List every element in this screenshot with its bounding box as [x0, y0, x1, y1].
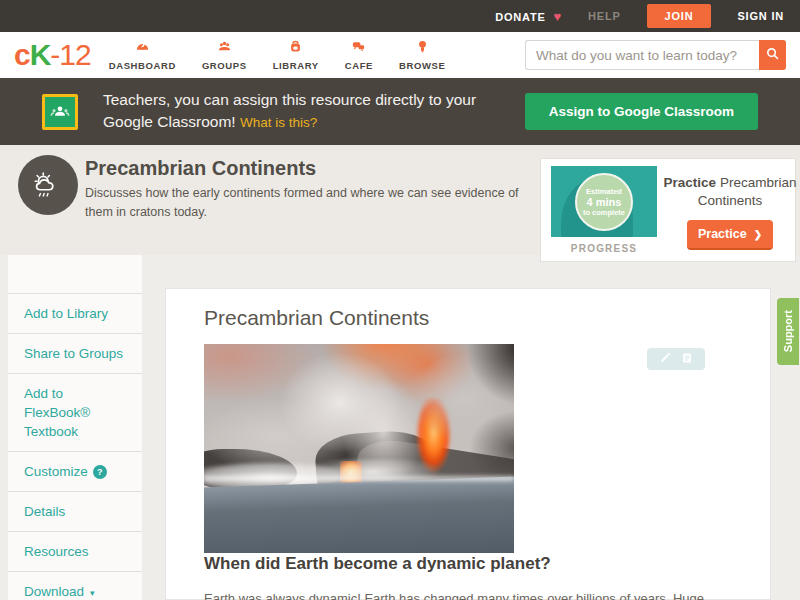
annotation-toolbar: [647, 348, 705, 370]
sidebar-item-customize[interactable]: Customize?: [8, 451, 142, 491]
content-title: Precambrian Continents: [204, 306, 429, 330]
practice-title: Practice Precambrian Continents: [660, 174, 800, 210]
search-button[interactable]: [759, 40, 786, 70]
estimated-time-badge: Estimated 4 mins to complete: [575, 173, 633, 231]
nav-dashboard[interactable]: DASHBOARD: [109, 39, 176, 71]
nav-browse[interactable]: BROWSE: [399, 39, 445, 71]
badge-line2: 4 mins: [587, 196, 622, 208]
lava-ocean-image: [204, 344, 514, 553]
google-classroom-icon: [42, 94, 78, 130]
sidebar-item-details[interactable]: Details: [8, 491, 142, 531]
sidebar-item-download[interactable]: Download▾: [8, 571, 142, 600]
chevron-right-icon: ❯: [754, 229, 762, 240]
ck12-logo[interactable]: cK-12: [14, 38, 91, 72]
practice-action-block: Practice Precambrian Continents Practice…: [660, 166, 800, 254]
body-paragraph: Earth was always dynamic! Earth has chan…: [204, 589, 744, 600]
foam-line-graphic: [204, 476, 514, 481]
ck12-page: DONATE ♥ HELP JOIN SIGN IN cK-12 DASHBOA…: [0, 0, 800, 600]
sidebar-item-resources[interactable]: Resources: [8, 531, 142, 571]
practice-progress-block: Estimated 4 mins to complete PROGRESS: [548, 166, 660, 254]
search-bar: [525, 40, 786, 70]
browse-lightbulb-icon: [414, 39, 431, 58]
resource-title: Precambrian Continents: [85, 157, 316, 180]
ocean-graphic: [204, 476, 514, 553]
donate-label: DONATE: [495, 11, 545, 23]
customize-label: Customize: [24, 464, 88, 479]
sidebar: Add to Library Share to Groups Add to Fl…: [8, 255, 142, 600]
utility-bar: DONATE ♥ HELP JOIN SIGN IN: [0, 0, 800, 32]
content-panel: Precambrian Continents When did Earth be…: [165, 288, 771, 600]
banner-message: Teachers, you can assign this resource d…: [103, 89, 525, 134]
logo-k: K: [30, 38, 51, 71]
library-backpack-icon: [287, 39, 304, 58]
help-question-icon: ?: [93, 465, 107, 479]
practice-thumbnail[interactable]: Estimated 4 mins to complete: [551, 166, 657, 237]
nav-groups[interactable]: GROUPS: [202, 39, 247, 71]
groups-people-icon: [216, 39, 233, 58]
search-icon: [765, 46, 780, 64]
nav-label: BROWSE: [399, 60, 445, 71]
caret-down-icon: ▾: [90, 588, 95, 598]
practice-card: Estimated 4 mins to complete PROGRESS Pr…: [540, 158, 796, 262]
donate-link[interactable]: DONATE ♥: [495, 9, 562, 24]
pencil-icon[interactable]: [659, 350, 671, 368]
nav-cafe[interactable]: CAFE: [345, 39, 373, 71]
nav-label: GROUPS: [202, 60, 247, 71]
sidebar-item-share-to-groups[interactable]: Share to Groups: [8, 333, 142, 373]
sidebar-item-add-to-flexbook[interactable]: Add to FlexBook® Textbook: [8, 373, 142, 451]
what-is-this-link[interactable]: What is this?: [240, 115, 317, 130]
sign-in-link[interactable]: SIGN IN: [737, 10, 784, 22]
help-link[interactable]: HELP: [588, 10, 621, 22]
resource-description: Discusses how the early continents forme…: [85, 184, 535, 222]
download-label: Download: [24, 584, 84, 599]
support-tab-label: Support: [782, 310, 794, 352]
notes-icon[interactable]: [681, 350, 693, 368]
logo-suffix: -12: [50, 38, 90, 71]
google-classroom-banner: Teachers, you can assign this resource d…: [0, 78, 800, 145]
main-nav: cK-12 DASHBOARD GROUPS LIBRARY CAFE BROW…: [0, 32, 800, 78]
practice-button-label: Practice: [698, 227, 747, 241]
nav-label: CAFE: [345, 60, 373, 71]
progress-label: PROGRESS: [571, 243, 637, 254]
nav-label: DASHBOARD: [109, 60, 176, 71]
heart-icon: ♥: [553, 9, 562, 24]
practice-title-bold: Practice: [664, 175, 717, 190]
dashboard-gauge-icon: [134, 39, 151, 58]
badge-line1: Estimated: [586, 187, 622, 196]
support-tab[interactable]: Support: [777, 298, 799, 365]
cafe-chat-icon: [350, 39, 367, 58]
assign-to-classroom-button[interactable]: Assign to Google Classroom: [525, 93, 758, 130]
nav-items: DASHBOARD GROUPS LIBRARY CAFE BROWSE: [109, 39, 446, 71]
search-input[interactable]: [525, 40, 759, 70]
logo-c: c: [14, 38, 30, 71]
sidebar-item-add-to-library[interactable]: Add to Library: [8, 293, 142, 333]
resource-header: Precambrian Continents Discusses how the…: [0, 145, 800, 255]
badge-line3: to complete: [583, 208, 625, 217]
nav-label: LIBRARY: [273, 60, 319, 71]
join-button[interactable]: JOIN: [647, 4, 712, 28]
practice-button[interactable]: Practice ❯: [687, 220, 773, 250]
section-heading: When did Earth become a dynamic planet?: [204, 554, 551, 574]
earth-science-weather-icon: [18, 155, 78, 215]
nav-library[interactable]: LIBRARY: [273, 39, 319, 71]
